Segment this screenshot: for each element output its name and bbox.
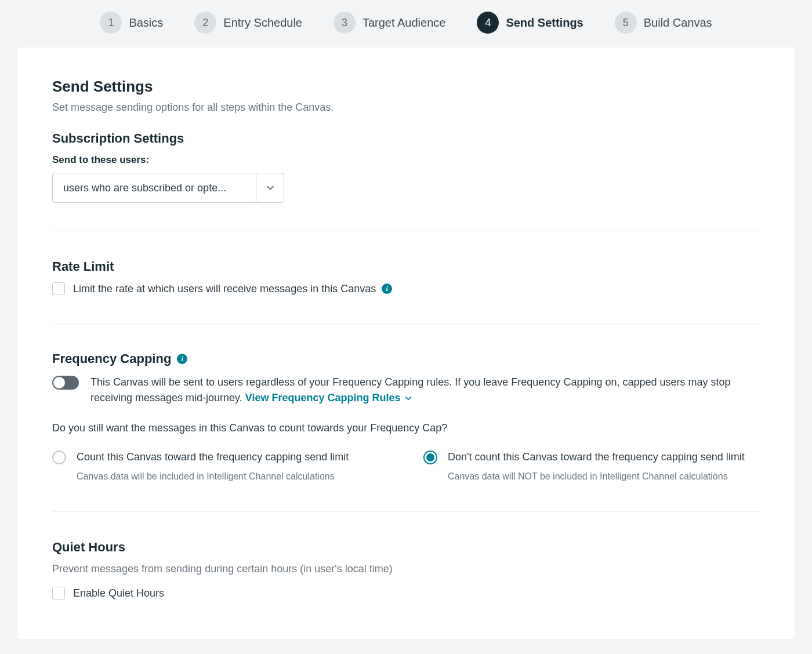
radio-count[interactable] bbox=[52, 450, 66, 464]
radio-label: Don't count this Canvas toward the frequ… bbox=[448, 449, 745, 465]
quiet-hours-checkbox[interactable] bbox=[52, 587, 65, 600]
chevron-down-icon bbox=[256, 173, 284, 202]
step-basics[interactable]: 1 Basics bbox=[100, 12, 163, 34]
step-number: 2 bbox=[194, 12, 216, 34]
step-number: 1 bbox=[100, 12, 122, 34]
radio-help: Canvas data will NOT be included in Inte… bbox=[448, 470, 745, 484]
step-target-audience[interactable]: 3 Target Audience bbox=[334, 12, 445, 34]
send-to-label: Send to these users: bbox=[52, 154, 760, 166]
step-entry-schedule[interactable]: 2 Entry Schedule bbox=[194, 12, 302, 34]
frequency-heading-text: Frequency Capping bbox=[52, 351, 171, 366]
send-to-select[interactable]: users who are subscribed or opte... bbox=[52, 173, 284, 203]
step-number: 3 bbox=[334, 12, 356, 34]
page-subtitle: Set message sending options for all step… bbox=[52, 101, 760, 114]
step-number: 5 bbox=[615, 12, 637, 34]
step-build-canvas[interactable]: 5 Build Canvas bbox=[615, 12, 712, 34]
radio-label: Count this Canvas toward the frequency c… bbox=[77, 449, 349, 465]
quiet-hours-heading: Quiet Hours bbox=[52, 540, 760, 555]
frequency-toggle[interactable] bbox=[52, 376, 79, 390]
quiet-hours-subtitle: Prevent messages from sending during cer… bbox=[52, 563, 760, 575]
select-value: users who are subscribed or opte... bbox=[53, 182, 256, 194]
radio-help: Canvas data will be included in Intellig… bbox=[77, 470, 349, 484]
toggle-knob bbox=[53, 377, 65, 388]
frequency-radio-group: Count this Canvas toward the frequency c… bbox=[52, 449, 760, 484]
step-label: Send Settings bbox=[506, 16, 583, 30]
quiet-hours-label: Enable Quiet Hours bbox=[73, 587, 164, 600]
radio-option-count[interactable]: Count this Canvas toward the frequency c… bbox=[52, 449, 389, 484]
step-number: 4 bbox=[477, 12, 499, 34]
stepper: 1 Basics 2 Entry Schedule 3 Target Audie… bbox=[0, 0, 812, 48]
view-rules-text: View Frequency Capping Rules bbox=[245, 390, 401, 406]
step-label: Target Audience bbox=[362, 16, 445, 30]
rate-limit-heading: Rate Limit bbox=[52, 259, 760, 274]
subscription-heading: Subscription Settings bbox=[52, 131, 760, 146]
quiet-hours-row: Enable Quiet Hours bbox=[52, 587, 760, 600]
settings-card: Send Settings Set message sending option… bbox=[17, 48, 795, 639]
info-icon[interactable]: i bbox=[382, 284, 392, 294]
rate-limit-row: Limit the rate at which users will recei… bbox=[52, 282, 760, 295]
divider bbox=[52, 323, 760, 324]
step-label: Build Canvas bbox=[644, 16, 712, 30]
radio-option-dont-count[interactable]: Don't count this Canvas toward the frequ… bbox=[423, 449, 760, 484]
frequency-toggle-text: This Canvas will be sent to users regard… bbox=[90, 375, 760, 406]
step-label: Entry Schedule bbox=[223, 16, 302, 30]
page-title: Send Settings bbox=[52, 78, 760, 96]
chevron-down-icon bbox=[404, 394, 412, 402]
step-send-settings[interactable]: 4 Send Settings bbox=[477, 12, 583, 34]
view-rules-link[interactable]: View Frequency Capping Rules bbox=[245, 390, 412, 406]
frequency-heading: Frequency Capping i bbox=[52, 351, 760, 366]
frequency-toggle-row: This Canvas will be sent to users regard… bbox=[52, 375, 760, 406]
info-icon[interactable]: i bbox=[177, 354, 187, 364]
rate-limit-text: Limit the rate at which users will recei… bbox=[73, 283, 376, 295]
step-label: Basics bbox=[129, 16, 163, 30]
rate-limit-checkbox[interactable] bbox=[52, 282, 65, 295]
frequency-question: Do you still want the messages in this C… bbox=[52, 422, 760, 434]
divider bbox=[52, 231, 760, 231]
radio-dont-count[interactable] bbox=[423, 450, 437, 464]
rate-limit-label: Limit the rate at which users will recei… bbox=[73, 283, 392, 295]
divider bbox=[52, 511, 760, 512]
